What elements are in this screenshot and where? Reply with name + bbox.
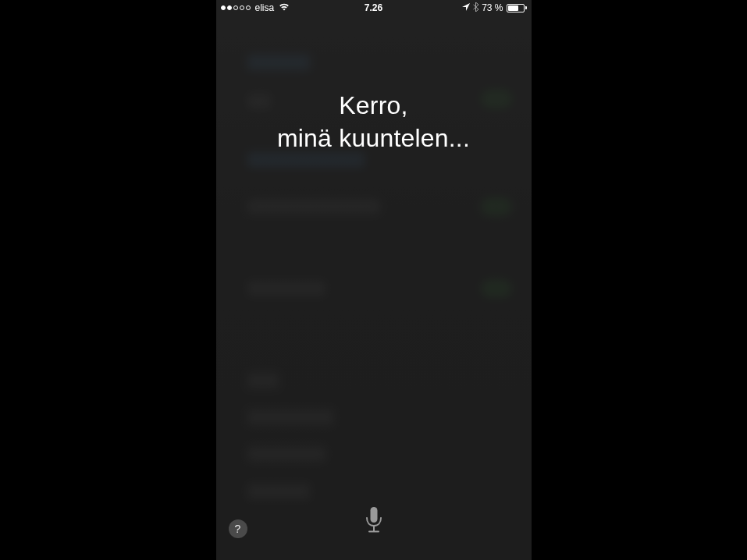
status-bar-time: 7.26 xyxy=(365,2,382,13)
question-mark-icon: ? xyxy=(235,523,241,535)
status-bar-left: elisa xyxy=(221,2,290,13)
wifi-icon xyxy=(279,2,290,13)
status-bar-right: 73 % xyxy=(462,2,526,14)
status-bar: elisa 7.26 73 % xyxy=(216,0,532,16)
location-icon xyxy=(462,2,470,13)
siri-bottom-controls: ? xyxy=(216,498,532,560)
bluetooth-icon xyxy=(473,2,478,14)
siri-prompt: Kerro, minä kuuntelen... xyxy=(216,90,532,154)
carrier-label: elisa xyxy=(255,2,275,13)
signal-strength-icon xyxy=(221,5,251,10)
phone-screen: elisa 7.26 73 % xyxy=(216,0,532,560)
svg-rect-0 xyxy=(370,507,377,523)
siri-prompt-line2: minä kuuntelen... xyxy=(216,122,532,155)
microphone-icon xyxy=(365,507,382,533)
battery-icon xyxy=(507,4,527,12)
mic-button[interactable] xyxy=(365,507,382,537)
battery-percent-label: 73 % xyxy=(482,2,503,13)
siri-overlay xyxy=(216,0,532,560)
siri-prompt-line1: Kerro, xyxy=(216,90,532,122)
help-button[interactable]: ? xyxy=(229,519,247,538)
